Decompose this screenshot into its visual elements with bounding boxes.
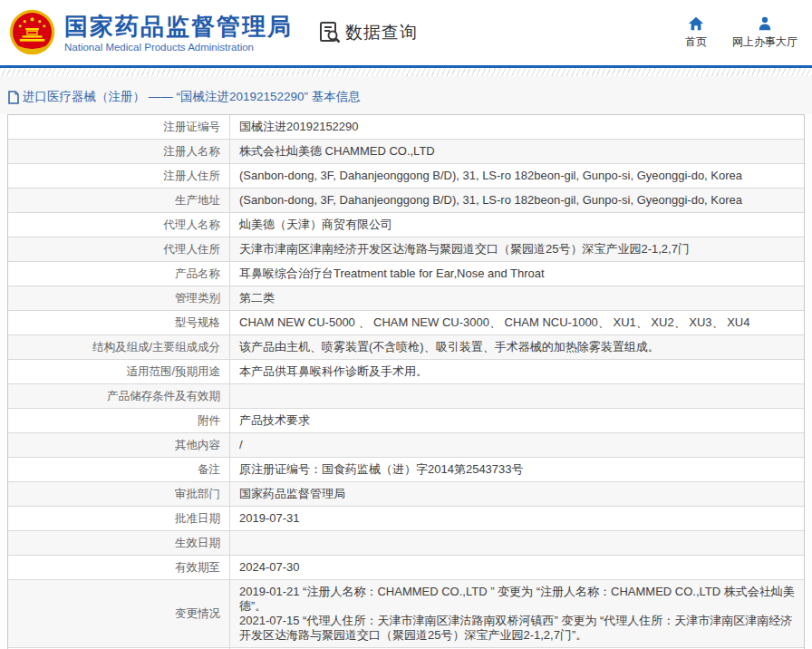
row-label: 附件 [8,409,230,432]
row-value: (Sanbon-dong, 3F, Dahanjeonggong B/D), 3… [230,189,804,212]
row-label: 审批部门 [8,482,230,506]
row-label: 型号规格 [8,311,230,334]
striped-divider [0,68,812,76]
row-label: 产品名称 [8,262,230,286]
row-value: (Sanbon-dong, 3F, Dahanjeonggong B/D), 3… [230,164,804,188]
row-label: 结构及组成/主要组成成分 [8,335,230,359]
registration-info-table: 注册证编号国械注进20192152290注册人名称株式会社灿美德 CHAMMED… [7,114,805,649]
breadcrumb-text: 进口医疗器械（注册） —— “国械注进20192152290” 基本信息 [23,89,361,105]
table-row: 审批部门国家药品监督管理局 [8,482,804,507]
row-value: 本产品供耳鼻喉科作诊断及手术用。 [230,360,804,383]
row-label: 变更情况 [8,580,230,647]
row-value: 原注册证编号：国食药监械（进）字2014第2543733号 [230,458,804,481]
person-icon [757,15,773,32]
row-label: 批准日期 [8,507,230,530]
row-value: 该产品由主机、喷雾装置(不含喷枪)、吸引装置、手术器械的加热除雾装置组成。 [230,335,804,359]
row-value: 天津市津南区津南经济开发区达海路与聚园道交口（聚园道25号）深宝产业园2-1,2… [230,237,804,261]
table-row: 生效日期 [8,531,804,556]
table-row: 生产地址(Sanbon-dong, 3F, Dahanjeonggong B/D… [8,189,804,213]
breadcrumb[interactable]: 进口医疗器械（注册） —— “国械注进20192152290” 基本信息 [0,76,812,114]
row-value: 2019-01-21 “注册人名称：CHAMMED CO.,LTD ” 变更为 … [230,580,804,647]
brand-name-cn: 国家药品监督管理局 [64,13,293,40]
table-row: 备注原注册证编号：国食药监械（进）字2014第2543733号 [8,458,804,482]
change-record-line: 2019-01-21 “注册人名称：CHAMMED CO.,LTD ” 变更为 … [239,585,795,614]
table-row: 变更情况2019-01-21 “注册人名称：CHAMMED CO.,LTD ” … [8,580,804,648]
nav-online-hall[interactable]: 网上办事大厅 [732,15,798,50]
national-emblem-logo [7,8,57,58]
row-value [230,531,804,555]
row-value: 2024-07-30 [230,556,804,579]
nav-home[interactable]: 首页 [685,15,707,50]
header-nav: 首页 网上办事大厅 [685,15,798,50]
row-value: 国械注进20192152290 [230,115,804,139]
row-label: 生效日期 [8,531,230,555]
table-row: 注册人住所(Sanbon-dong, 3F, Dahanjeonggong B/… [8,164,804,189]
table-row: 产品名称耳鼻喉综合治疗台Treatment table for Ear,Nose… [8,262,804,286]
document-icon [7,91,20,104]
row-label: 管理类别 [8,286,230,310]
row-value: 灿美德（天津）商贸有限公司 [230,213,804,237]
change-record-line: 2021-07-15 “代理人住所：天津市津南区津沽路南双桥河镇西” 变更为 “… [239,614,795,643]
table-row: 型号规格CHAM NEW CU-5000 、 CHAM NEW CU-3000、… [8,311,804,335]
table-row: 有效期至2024-07-30 [8,556,804,580]
row-label: 代理人住所 [8,237,230,261]
document-search-icon [318,21,342,44]
row-value: 耳鼻喉综合治疗台Treatment table for Ear,Nose and… [230,262,804,286]
row-label: 适用范围/预期用途 [8,360,230,383]
row-label: 注册证编号 [8,115,230,139]
row-value [230,384,804,408]
row-label: 生产地址 [8,189,230,212]
section-title: 数据查询 [345,21,418,44]
row-label: 注册人名称 [8,140,230,163]
main-content: 进口医疗器械（注册） —— “国械注进20192152290” 基本信息 注册证… [0,76,812,649]
row-value: 产品技术要求 [230,409,804,432]
table-row: 其他内容/ [8,433,804,458]
table-row: 产品储存条件及有效期 [8,384,804,409]
table-row: 适用范围/预期用途本产品供耳鼻喉科作诊断及手术用。 [8,360,804,384]
page-header: 国家药品监督管理局 National Medical Products Admi… [0,0,812,65]
table-row: 批准日期2019-07-31 [8,507,804,531]
brand-name-en: National Medical Products Administration [64,42,293,53]
table-row: 附件产品技术要求 [8,409,804,433]
brand-block: 国家药品监督管理局 National Medical Products Admi… [64,13,293,53]
table-row: 结构及组成/主要组成成分该产品由主机、喷雾装置(不含喷枪)、吸引装置、手术器械的… [8,335,804,360]
row-label: 产品储存条件及有效期 [8,384,230,408]
row-value: / [230,433,804,457]
row-label: 注册人住所 [8,164,230,188]
home-icon [688,15,704,32]
row-value: CHAM NEW CU-5000 、 CHAM NEW CU-3000、 CHA… [230,311,804,334]
row-label: 有效期至 [8,556,230,579]
table-row: 代理人名称灿美德（天津）商贸有限公司 [8,213,804,237]
row-value: 第二类 [230,286,804,310]
table-row: 注册证编号国械注进20192152290 [8,115,804,140]
nav-online-hall-label: 网上办事大厅 [732,34,798,50]
row-label: 代理人名称 [8,213,230,237]
row-label: 备注 [8,458,230,481]
table-row: 注册人名称株式会社灿美德 CHAMMED CO.,LTD [8,140,804,164]
row-label: 其他内容 [8,433,230,457]
data-query-section[interactable]: 数据查询 [318,21,418,44]
row-value: 2019-07-31 [230,507,804,530]
row-value: 株式会社灿美德 CHAMMED CO.,LTD [230,140,804,163]
table-row: 管理类别第二类 [8,286,804,311]
nav-home-label: 首页 [685,34,707,50]
table-row: 代理人住所天津市津南区津南经济开发区达海路与聚园道交口（聚园道25号）深宝产业园… [8,237,804,262]
row-value: 国家药品监督管理局 [230,482,804,506]
